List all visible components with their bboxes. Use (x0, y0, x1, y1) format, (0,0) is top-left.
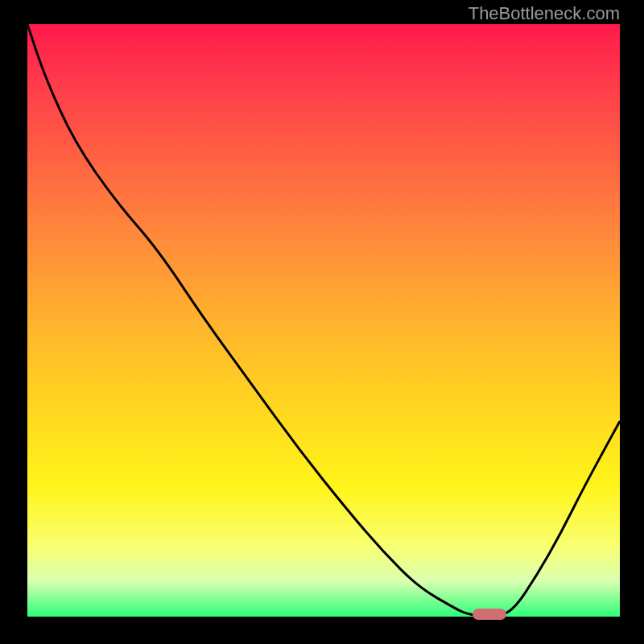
optimal-point-marker (473, 609, 506, 620)
bottleneck-curve (27, 24, 620, 617)
attribution-text: TheBottleneck.com (469, 3, 620, 24)
chart-container: TheBottleneck.com (0, 0, 644, 644)
